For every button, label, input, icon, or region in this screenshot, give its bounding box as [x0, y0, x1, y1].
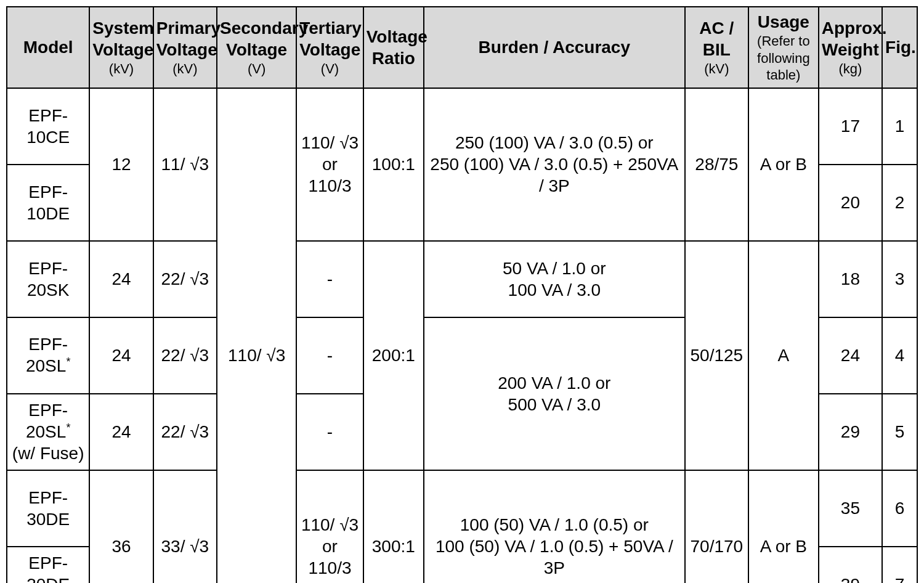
- col-system-voltage: System Voltage(kV): [89, 7, 153, 88]
- cell-acbil: 28/75: [685, 88, 748, 241]
- hdr-burden: Burden / Accuracy: [479, 38, 630, 57]
- col-weight: Approx. Weight(kg): [819, 7, 882, 88]
- hdr-acbil-sub: (kV): [688, 60, 745, 78]
- cell-weight: 18: [819, 241, 882, 317]
- cell-burden: 200 VA / 1.0 or500 VA / 3.0: [424, 317, 685, 470]
- cell-fig: 4: [882, 317, 917, 394]
- cell-sysv: 24: [89, 317, 153, 394]
- hdr-ratio: Voltage Ratio: [367, 27, 428, 68]
- col-ac-bil: AC / BIL(kV): [685, 7, 748, 88]
- cell-fig: 1: [882, 88, 917, 165]
- cell-priv: 33/ √3: [153, 470, 217, 584]
- cell-model: EPF-20SK: [7, 241, 89, 317]
- cell-model: EPF-20SL*(w/ Fuse): [7, 394, 89, 470]
- cell-fig: 5: [882, 394, 917, 470]
- col-model: Model: [7, 7, 89, 88]
- cell-burden: 100 (50) VA / 1.0 (0.5) or100 (50) VA / …: [424, 470, 685, 584]
- hdr-sysv: System Voltage: [92, 18, 154, 59]
- table-row: EPF-30DE 36 33/ √3 110/ √3or110/3 300:1 …: [7, 470, 917, 547]
- cell-terv: -: [296, 394, 363, 470]
- hdr-priv-sub: (kV): [156, 60, 214, 78]
- cell-model: EPF-30DE: [7, 470, 89, 547]
- cell-weight: 24: [819, 317, 882, 394]
- cell-weight: 29: [819, 394, 882, 470]
- hdr-secv-sub: (V): [220, 60, 293, 78]
- cell-model: EPF-10CE: [7, 88, 89, 165]
- hdr-sysv-sub: (kV): [92, 60, 150, 78]
- cell-secv: 110/ √3: [217, 88, 296, 584]
- cell-usage: A or B: [748, 88, 819, 241]
- cell-ratio: 100:1: [363, 88, 424, 241]
- cell-usage: A or B: [748, 470, 819, 584]
- cell-priv: 22/ √3: [153, 241, 217, 317]
- cell-sysv: 24: [89, 394, 153, 470]
- header-row: Model System Voltage(kV) Primary Voltage…: [7, 7, 917, 88]
- table-row: EPF-10CE 12 11/ √3 110/ √3 110/ √3or110/…: [7, 88, 917, 165]
- cell-weight: 17: [819, 88, 882, 165]
- cell-sysv: 36: [89, 470, 153, 584]
- hdr-priv: Primary Voltage: [156, 18, 221, 59]
- cell-ratio: 300:1: [363, 470, 424, 584]
- hdr-model: Model: [23, 38, 73, 57]
- cell-usage: A: [748, 241, 819, 470]
- hdr-usage: Usage: [758, 12, 809, 31]
- cell-acbil: 70/170: [685, 470, 748, 584]
- col-usage: Usage(Refer to following table): [748, 7, 819, 88]
- cell-sysv: 12: [89, 88, 153, 241]
- hdr-terv: Tertiary Voltage: [299, 18, 362, 59]
- cell-model: EPF-30DE(w/ Fuse): [7, 547, 89, 584]
- cell-weight: 39: [819, 547, 882, 584]
- cell-terv: -: [296, 241, 363, 317]
- cell-acbil: 50/125: [685, 241, 748, 470]
- cell-fig: 2: [882, 165, 917, 241]
- hdr-acbil: AC / BIL: [699, 18, 734, 59]
- cell-weight: 20: [819, 165, 882, 241]
- cell-fig: 7: [882, 547, 917, 584]
- cell-model: EPF-10DE: [7, 165, 89, 241]
- col-burden-accuracy: Burden / Accuracy: [424, 7, 685, 88]
- cell-fig: 6: [882, 470, 917, 547]
- col-tertiary-voltage: Tertiary Voltage(V): [296, 7, 363, 88]
- hdr-wt: Approx. Weight: [822, 18, 887, 59]
- cell-burden: 250 (100) VA / 3.0 (0.5) or250 (100) VA …: [424, 88, 685, 241]
- hdr-secv: Secondary Voltage: [220, 18, 308, 59]
- cell-weight: 35: [819, 470, 882, 547]
- hdr-wt-sub: (kg): [822, 60, 879, 78]
- hdr-fig: Fig.: [885, 38, 916, 57]
- cell-burden: 50 VA / 1.0 or100 VA / 3.0: [424, 241, 685, 317]
- col-primary-voltage: Primary Voltage(kV): [153, 7, 217, 88]
- cell-ratio: 200:1: [363, 241, 424, 470]
- hdr-terv-sub: (V): [299, 60, 360, 78]
- spec-table: Model System Voltage(kV) Primary Voltage…: [6, 6, 918, 583]
- col-fig: Fig.: [882, 7, 917, 88]
- cell-priv: 22/ √3: [153, 317, 217, 394]
- table-row: EPF-20SK 24 22/ √3 - 200:1 50 VA / 1.0 o…: [7, 241, 917, 317]
- cell-model: EPF-20SL*: [7, 317, 89, 394]
- cell-sysv: 24: [89, 241, 153, 317]
- cell-priv: 22/ √3: [153, 394, 217, 470]
- col-secondary-voltage: Secondary Voltage(V): [217, 7, 296, 88]
- cell-terv: 110/ √3or110/3: [296, 88, 363, 241]
- col-voltage-ratio: Voltage Ratio: [363, 7, 424, 88]
- hdr-usage-sub: (Refer to following table): [752, 33, 816, 84]
- cell-priv: 11/ √3: [153, 88, 217, 241]
- cell-terv: 110/ √3or110/3: [296, 470, 363, 584]
- cell-terv: -: [296, 317, 363, 394]
- cell-fig: 3: [882, 241, 917, 317]
